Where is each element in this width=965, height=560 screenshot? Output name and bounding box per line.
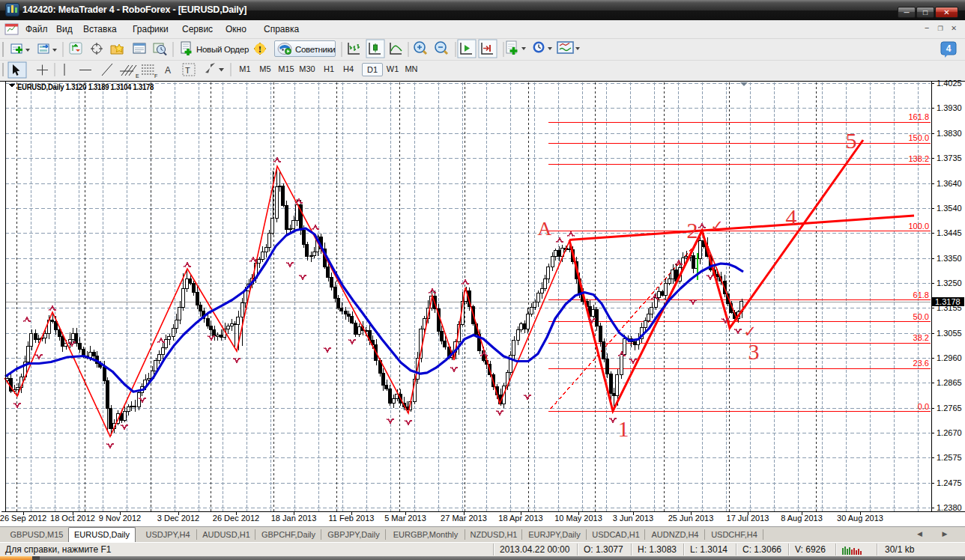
svg-text:30 Aug 2013: 30 Aug 2013 <box>837 514 883 523</box>
svg-text:61.8: 61.8 <box>913 290 929 299</box>
svg-text:50.0: 50.0 <box>913 312 929 321</box>
svg-text:138.2: 138.2 <box>908 154 929 163</box>
svg-text:26 Dec 2012: 26 Dec 2012 <box>213 514 259 523</box>
svg-text:23.6: 23.6 <box>913 359 929 368</box>
svg-text:26 Sep 2012: 26 Sep 2012 <box>0 514 46 523</box>
svg-text:18 Apr 2013: 18 Apr 2013 <box>498 514 542 523</box>
svg-text:!: ! <box>258 43 261 55</box>
svg-text:1.2765: 1.2765 <box>937 404 962 413</box>
svg-text:1.3735: 1.3735 <box>937 153 962 162</box>
svg-text:3: 3 <box>748 339 760 364</box>
svg-text:1: 1 <box>618 416 629 441</box>
svg-text:161.8: 161.8 <box>908 112 929 121</box>
svg-text:1.2960: 1.2960 <box>937 353 962 362</box>
svg-text:5 Mar 2013: 5 Mar 2013 <box>384 514 426 523</box>
svg-text:1.3930: 1.3930 <box>937 103 962 112</box>
svg-text:1.2475: 1.2475 <box>937 478 962 487</box>
svg-text:1.3445: 1.3445 <box>937 228 962 237</box>
svg-text:25 Jun 2013: 25 Jun 2013 <box>668 514 714 523</box>
svg-text:17 Jul 2013: 17 Jul 2013 <box>727 514 769 523</box>
svg-text:1.3830: 1.3830 <box>937 129 962 138</box>
svg-text:1.2670: 1.2670 <box>937 428 962 437</box>
svg-text:4: 4 <box>946 43 952 54</box>
svg-text:T: T <box>185 66 190 75</box>
svg-text:1.3055: 1.3055 <box>937 329 962 338</box>
svg-text:1.2380: 1.2380 <box>937 503 962 512</box>
svg-text:1.3178: 1.3178 <box>935 297 961 306</box>
svg-text:1.4025: 1.4025 <box>937 79 962 88</box>
svg-text:150.0: 150.0 <box>908 133 929 142</box>
svg-text:E: E <box>136 73 139 79</box>
svg-text:8 Aug 2013: 8 Aug 2013 <box>781 514 823 523</box>
svg-text:18 Oct 2012: 18 Oct 2012 <box>50 514 95 523</box>
svg-text:38.2: 38.2 <box>913 333 929 342</box>
svg-text:100.0: 100.0 <box>908 222 929 231</box>
svg-text:11 Feb 2013: 11 Feb 2013 <box>329 514 375 523</box>
svg-text:9 Nov 2012: 9 Nov 2012 <box>99 514 141 523</box>
svg-text:F: F <box>154 73 157 79</box>
svg-text:A: A <box>538 218 552 240</box>
svg-text:10 May 2013: 10 May 2013 <box>554 514 602 523</box>
svg-text:4: 4 <box>786 204 797 229</box>
svg-text:3 Dec 2012: 3 Dec 2012 <box>157 514 199 523</box>
svg-text:18 Jan 2013: 18 Jan 2013 <box>271 514 317 523</box>
svg-text:1.3540: 1.3540 <box>937 204 962 213</box>
svg-text:1.2575: 1.2575 <box>937 453 962 462</box>
svg-text:✓: ✓ <box>710 217 724 234</box>
svg-text:2: 2 <box>687 218 698 243</box>
svg-text:✓: ✓ <box>743 323 757 340</box>
svg-text:1.3350: 1.3350 <box>937 254 962 263</box>
svg-text:1.3640: 1.3640 <box>937 179 962 188</box>
svg-text:0.0: 0.0 <box>918 402 929 411</box>
svg-text:A: A <box>165 65 171 76</box>
svg-text:5: 5 <box>846 128 857 153</box>
svg-text:1.2865: 1.2865 <box>937 378 962 387</box>
svg-text:27 Mar 2013: 27 Mar 2013 <box>441 514 487 523</box>
svg-text:EURUSD,Daily 1.3120 1.3189 1.: EURUSD,Daily 1.3120 1.3189 1.3104 1.3178 <box>17 82 154 91</box>
svg-text:3 Jun 2013: 3 Jun 2013 <box>613 514 653 523</box>
svg-text:1.3250: 1.3250 <box>937 279 962 287</box>
